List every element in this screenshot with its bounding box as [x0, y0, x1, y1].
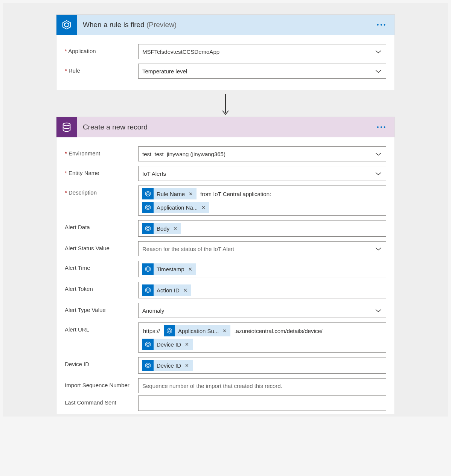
rule-select[interactable]: Temperature level: [138, 64, 386, 79]
chevron-down-icon: [375, 68, 381, 75]
device-id-input[interactable]: Device ID✕: [138, 357, 386, 374]
iot-central-icon: [142, 284, 154, 296]
trigger-header[interactable]: When a rule is fired (Preview) •••: [56, 15, 395, 35]
dynamic-token[interactable]: Rule Name✕: [142, 188, 197, 199]
alert-type-label: Alert Type Value: [65, 303, 138, 313]
import-seq-input[interactable]: Sequence number of the import that creat…: [138, 378, 386, 393]
alert-token-input[interactable]: Action ID✕: [138, 282, 386, 298]
iot-central-icon: [56, 15, 77, 35]
trigger-card: When a rule is fired (Preview) ••• Appli…: [56, 14, 395, 90]
alert-time-label: Alert Time: [65, 261, 138, 271]
alert-status-select[interactable]: Reason for the status of the IoT Alert: [138, 241, 386, 256]
svg-marker-6: [146, 205, 150, 210]
environment-label: Environment: [65, 146, 138, 157]
token-remove-icon[interactable]: ✕: [187, 191, 194, 197]
environment-select[interactable]: test_test_jinywang (jinywang365): [138, 146, 386, 161]
trigger-title: When a rule is fired (Preview): [77, 21, 177, 29]
inline-text: from IoT Central application:: [200, 191, 271, 197]
import-seq-label: Import Sequence Number: [65, 378, 138, 388]
svg-marker-19: [147, 364, 149, 367]
token-remove-icon[interactable]: ✕: [183, 363, 190, 368]
token-remove-icon[interactable]: ✕: [187, 266, 194, 272]
token-label: Application Na...: [157, 204, 198, 211]
iot-central-icon: [142, 263, 154, 275]
flow-arrow: [3, 90, 448, 117]
token-label: Rule Name: [157, 191, 185, 197]
database-icon: [56, 117, 77, 137]
alert-type-value: Anomaly: [142, 307, 164, 314]
svg-marker-8: [146, 226, 150, 231]
alert-url-label: Alert URL: [65, 322, 138, 333]
svg-marker-17: [147, 343, 149, 346]
alert-url-input[interactable]: https://Application Su...✕.azureiotcentr…: [138, 322, 386, 353]
svg-marker-4: [146, 191, 150, 196]
token-label: Device ID: [157, 341, 181, 348]
action-menu-icon[interactable]: •••: [377, 124, 387, 130]
rule-label: Rule: [65, 64, 138, 74]
description-input[interactable]: Rule Name✕from IoT Central application:A…: [138, 186, 386, 216]
environment-value: test_test_jinywang (jinywang365): [142, 151, 226, 157]
token-remove-icon[interactable]: ✕: [182, 287, 189, 293]
action-header[interactable]: Create a new record •••: [56, 117, 395, 137]
svg-marker-12: [146, 287, 150, 293]
svg-marker-13: [147, 289, 149, 292]
token-remove-icon[interactable]: ✕: [221, 328, 228, 334]
dynamic-token[interactable]: Device ID✕: [142, 339, 193, 350]
svg-marker-14: [167, 328, 172, 333]
application-label: Application: [65, 44, 138, 54]
token-label: Body: [157, 225, 169, 232]
dynamic-token[interactable]: Action ID✕: [142, 284, 191, 296]
alert-time-input[interactable]: Timestamp✕: [138, 261, 386, 277]
dynamic-token[interactable]: Application Su...✕: [164, 325, 230, 336]
chevron-down-icon: [375, 246, 381, 252]
dynamic-token[interactable]: Application Na...✕: [142, 202, 209, 213]
entity-name-label: Entity Name: [65, 166, 138, 176]
svg-marker-7: [147, 206, 149, 209]
svg-marker-5: [147, 193, 149, 195]
alert-status-placeholder: Reason for the status of the IoT Alert: [142, 246, 234, 252]
svg-marker-18: [146, 363, 150, 368]
token-remove-icon[interactable]: ✕: [183, 342, 190, 347]
device-id-label: Device ID: [65, 357, 138, 367]
svg-marker-16: [146, 342, 150, 347]
svg-marker-11: [147, 268, 149, 271]
action-title: Create a new record: [77, 123, 148, 131]
token-label: Action ID: [157, 287, 180, 294]
alert-data-input[interactable]: Body✕: [138, 220, 386, 237]
iot-central-icon: [142, 339, 154, 350]
svg-marker-15: [168, 330, 171, 332]
chevron-down-icon: [375, 307, 381, 314]
trigger-menu-icon[interactable]: •••: [377, 22, 387, 28]
svg-marker-0: [63, 21, 71, 29]
entity-name-value: IoT Alerts: [142, 170, 166, 177]
chevron-down-icon: [375, 151, 381, 157]
chevron-down-icon: [375, 170, 381, 177]
import-seq-placeholder: Sequence number of the import that creat…: [142, 383, 282, 389]
last-cmd-input[interactable]: [138, 395, 386, 411]
rule-value: Temperature level: [142, 68, 187, 75]
dynamic-token[interactable]: Device ID✕: [142, 360, 193, 371]
token-label: Timestamp: [157, 266, 184, 272]
iot-central-icon: [142, 223, 154, 234]
alert-token-label: Alert Token: [65, 282, 138, 292]
last-cmd-label: Last Command Sent: [65, 395, 138, 406]
svg-marker-10: [146, 266, 150, 272]
chevron-down-icon: [375, 49, 381, 55]
inline-text: .azureiotcentral.com/details/device/: [234, 328, 322, 334]
iot-central-icon: [142, 188, 154, 199]
dynamic-token[interactable]: Body✕: [142, 223, 181, 234]
entity-name-select[interactable]: IoT Alerts: [138, 166, 386, 181]
iot-central-icon: [142, 360, 154, 371]
inline-text: https://: [143, 328, 160, 334]
description-label: Description: [65, 186, 138, 196]
dynamic-token[interactable]: Timestamp✕: [142, 263, 196, 275]
action-card: Create a new record ••• Environment test…: [56, 117, 395, 414]
svg-point-3: [63, 123, 70, 126]
alert-type-select[interactable]: Anomaly: [138, 303, 386, 318]
token-remove-icon[interactable]: ✕: [172, 226, 179, 231]
application-select[interactable]: MSFTcfsdevtestCCSDemoApp: [138, 44, 386, 59]
last-cmd-field[interactable]: [142, 397, 371, 409]
alert-status-label: Alert Status Value: [65, 241, 138, 251]
token-remove-icon[interactable]: ✕: [200, 205, 207, 210]
token-label: Application Su...: [178, 328, 219, 334]
